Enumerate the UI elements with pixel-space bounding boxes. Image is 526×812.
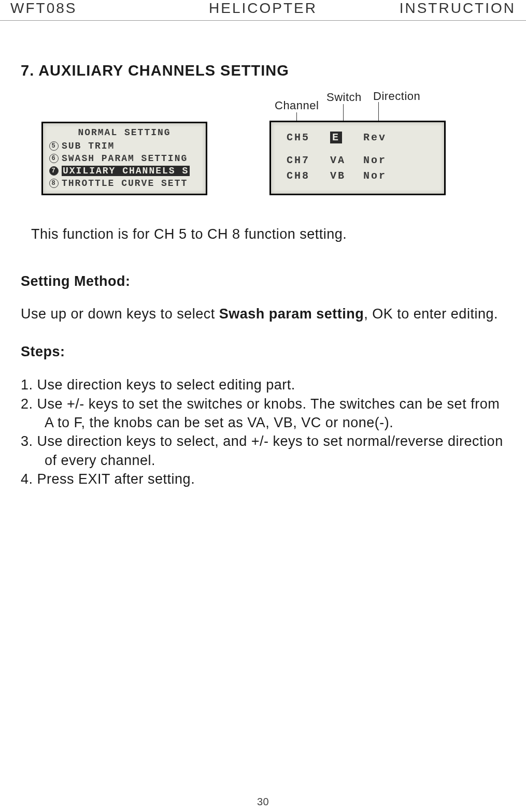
- lcd-menu-item: 7UXILIARY CHANNELS S: [49, 165, 200, 177]
- step-item: 4. Press EXIT after setting.: [21, 470, 505, 488]
- lcd-right-container: Channel Switch Direction CH5ERevCH7VANor…: [269, 90, 446, 195]
- lcd-images-row: NORMAL SETTING 5SUB TRIM6SWASH PARAM SET…: [21, 90, 505, 195]
- aux-switch: VB: [330, 170, 351, 182]
- steps-list: 1. Use direction keys to select editing …: [21, 375, 505, 489]
- lcd-menu-item: 5SUB TRIM: [49, 140, 200, 152]
- lcd-menu-item-label: THROTTLE CURVE SETT: [62, 178, 188, 189]
- tick-channel: [296, 112, 297, 121]
- tick-switch: [343, 104, 344, 121]
- lcd-label-row: Channel Switch Direction: [269, 90, 446, 121]
- aux-direction: Nor: [363, 170, 387, 182]
- label-switch: Switch: [326, 91, 362, 104]
- page-header: WFT08S HELICOPTER INSTRUCTION: [0, 0, 526, 21]
- lcd-left-container: NORMAL SETTING 5SUB TRIM6SWASH PARAM SET…: [41, 122, 207, 195]
- header-model: WFT08S: [10, 0, 179, 17]
- lcd-menu-item-number: 6: [49, 154, 59, 163]
- lcd-menu-item-label: SUB TRIM: [62, 141, 115, 151]
- page-number: 30: [257, 796, 269, 808]
- lcd-menu-item: 8THROTTLE CURVE SETT: [49, 177, 200, 190]
- aux-channel-row: CH5ERev: [287, 129, 436, 145]
- label-direction: Direction: [373, 90, 420, 103]
- intro-text: This function is for CH 5 to CH 8 functi…: [31, 226, 505, 242]
- lcd-menu-item-number: 7: [49, 166, 59, 176]
- steps-title: Steps:: [21, 344, 505, 360]
- aux-switch: E: [330, 132, 351, 143]
- tick-direction: [378, 102, 379, 121]
- lcd-menu-item-label: SWASH PARAM SETTING: [62, 153, 188, 164]
- step-item: 1. Use direction keys to select editing …: [21, 375, 505, 394]
- aux-direction: Rev: [363, 132, 387, 143]
- aux-direction: Nor: [363, 154, 387, 166]
- aux-channel-row: CH8VBNor: [287, 168, 436, 183]
- label-channel: Channel: [275, 99, 319, 112]
- lcd-menu-item: 6SWASH PARAM SETTING: [49, 152, 200, 165]
- method-text-post: , OK to enter editing.: [364, 306, 498, 322]
- page-content: 7. AUXILIARY CHANNELS SETTING NORMAL SET…: [0, 21, 526, 489]
- lcd-menu-item-number: 8: [49, 179, 59, 188]
- method-text-pre: Use up or down keys to select: [21, 306, 219, 322]
- aux-channel: CH8: [287, 170, 318, 182]
- section-title: 7. AUXILIARY CHANNELS SETTING: [21, 62, 505, 79]
- lcd-menu-item-label: UXILIARY CHANNELS S: [62, 166, 190, 176]
- lcd-aux-screen: CH5ERevCH7VANorCH8VBNor: [269, 121, 446, 195]
- lcd-menu-item-number: 5: [49, 141, 59, 151]
- step-item: 3. Use direction keys to select, and +/-…: [21, 432, 505, 470]
- step-item: 2. Use +/- keys to set the switches or k…: [21, 395, 505, 432]
- header-mode: HELICOPTER: [179, 0, 347, 17]
- aux-channel-row: CH7VANor: [287, 152, 436, 168]
- lcd-menu-screen: NORMAL SETTING 5SUB TRIM6SWASH PARAM SET…: [41, 122, 207, 195]
- method-text-bold: Swash param setting: [219, 306, 364, 322]
- aux-channel: CH7: [287, 154, 318, 166]
- method-text: Use up or down keys to select Swash para…: [21, 305, 505, 323]
- method-title: Setting Method:: [21, 273, 505, 289]
- aux-switch: VA: [330, 154, 351, 166]
- header-doc-type: INSTRUCTION: [347, 0, 516, 17]
- lcd-menu-title: NORMAL SETTING: [49, 127, 200, 138]
- aux-channel: CH5: [287, 132, 318, 143]
